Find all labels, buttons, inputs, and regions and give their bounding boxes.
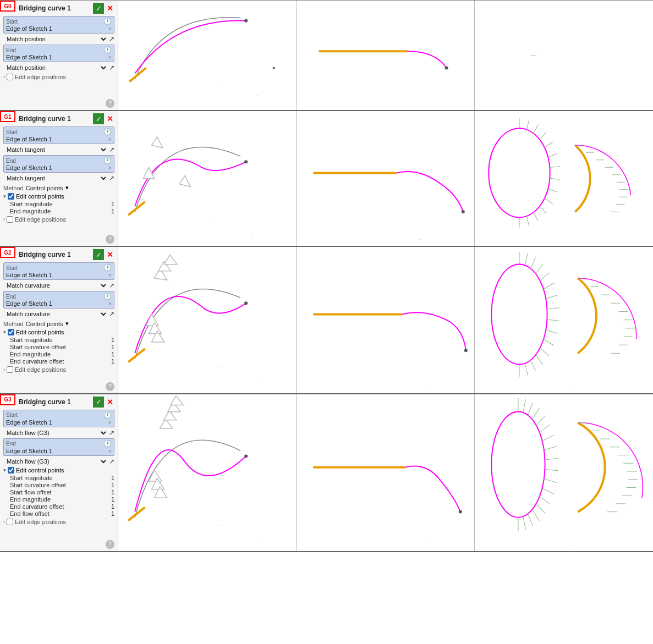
cancel-button[interactable]: ✕ <box>106 249 114 260</box>
svg-line-31 <box>526 216 529 226</box>
edit-control-chevron[interactable]: ▾ <box>3 467 6 473</box>
help-icon[interactable]: ? <box>106 540 114 549</box>
method-dropdown-icon[interactable]: ▾ <box>65 320 69 327</box>
svg-text:.: . <box>251 230 253 235</box>
start-match-select[interactable]: Match flow (G3) <box>3 428 108 437</box>
edit-edge-checkbox[interactable] <box>7 216 13 223</box>
svg-text:.: . <box>213 217 214 222</box>
param-value: 1 <box>111 496 114 503</box>
end-label: End <box>6 158 16 164</box>
svg-point-16 <box>462 210 465 213</box>
edit-control-chevron[interactable]: ▾ <box>3 194 6 199</box>
end-match-select[interactable]: Match tangent <box>3 174 108 183</box>
edit-control-row: ▾ Edit control points <box>3 193 114 200</box>
end-edge-value: Edge of Sketch 1 × <box>6 54 112 60</box>
edit-control-checkbox[interactable] <box>8 467 14 474</box>
svg-line-65 <box>547 308 559 309</box>
edit-edge-chevron[interactable]: › <box>3 519 5 525</box>
svg-line-29 <box>540 206 546 214</box>
method-label: Method <box>3 185 24 191</box>
cancel-button[interactable]: ✕ <box>106 113 114 124</box>
start-label: Start <box>6 412 18 418</box>
confirm-button[interactable]: ✓ <box>93 3 104 14</box>
help-icon[interactable]: ? <box>106 382 114 391</box>
svg-point-99 <box>491 411 545 517</box>
start-edge-clear[interactable]: × <box>108 419 112 426</box>
end-edge-clear[interactable]: × <box>108 448 112 454</box>
start-edge-clear[interactable]: × <box>108 136 112 142</box>
start-edge-section: Start Edge of Sketch 1 × <box>3 16 114 34</box>
confirm-button[interactable]: ✓ <box>93 249 104 260</box>
end-clock-icon[interactable] <box>103 293 112 300</box>
start-match-select[interactable]: Match position <box>3 35 108 43</box>
edit-control-checkbox[interactable] <box>8 329 14 335</box>
cancel-button[interactable]: ✕ <box>106 3 114 14</box>
param-row: End curvature offset 1 <box>10 503 114 510</box>
start-clock-icon[interactable] <box>103 18 112 25</box>
canvas-cell-g3-1: . <box>297 394 475 552</box>
start-clock-icon[interactable] <box>103 411 112 419</box>
canvas-cell-g2-1: . <box>297 247 475 393</box>
end-edge-clear[interactable]: × <box>108 164 112 171</box>
row-badge-g2: G2 <box>0 247 15 258</box>
edit-control-checkbox[interactable] <box>8 193 14 200</box>
edit-edge-chevron[interactable]: › <box>3 74 5 80</box>
method-dropdown-icon[interactable]: ▾ <box>65 184 69 191</box>
edit-edge-checkbox[interactable] <box>7 519 13 525</box>
row-g2: G2 Bridging curve 1 ✓ ✕ Start Edge of Sk… <box>0 247 653 394</box>
svg-marker-10 <box>152 137 163 148</box>
end-clock-icon[interactable] <box>103 46 112 54</box>
edit-control-chevron[interactable]: ▾ <box>3 329 6 335</box>
start-edge-label: Start <box>6 411 112 419</box>
start-edge-section: Start Edge of Sketch 1 × <box>3 262 114 280</box>
help-icon[interactable]: ? <box>106 235 114 244</box>
end-edge-clear[interactable]: × <box>108 54 112 60</box>
svg-point-18 <box>489 129 550 218</box>
param-label: End magnitude <box>10 496 51 503</box>
svg-line-24 <box>548 154 557 157</box>
method-row: Method Control points ▾ <box>3 184 114 191</box>
edit-edge-chevron[interactable]: › <box>3 367 5 372</box>
start-edge-name: Edge of Sketch 1 <box>6 419 52 426</box>
end-match-row: Match position ↗ <box>3 63 114 72</box>
end-clock-icon[interactable] <box>103 440 112 448</box>
start-label: Start <box>6 19 18 25</box>
panel-g1: G1 Bridging curve 1 ✓ ✕ Start Edge of Sk… <box>0 111 118 246</box>
param-label: End curvature offset <box>10 503 64 510</box>
edit-control-row: ▾ Edit control points <box>3 329 114 335</box>
confirm-button[interactable]: ✓ <box>93 397 104 408</box>
end-match-select[interactable]: Match curvature <box>3 310 108 318</box>
start-match-select[interactable]: Match curvature <box>3 281 108 290</box>
canvas-cell-g0-2: — <box>475 1 653 110</box>
main-grid: G0 Bridging curve 1 ✓ ✕ Start Edge of Sk… <box>0 0 653 552</box>
edit-control-label: Edit control points <box>16 329 64 335</box>
svg-line-70 <box>536 355 543 365</box>
end-clock-icon[interactable] <box>103 157 112 164</box>
start-clock-icon[interactable] <box>103 264 112 272</box>
start-match-select[interactable]: Match tangent <box>3 145 108 154</box>
cancel-button[interactable]: ✕ <box>106 397 114 408</box>
edit-edge-checkbox[interactable] <box>7 366 13 373</box>
help-icon[interactable]: ? <box>106 99 114 108</box>
start-edge-clear[interactable]: × <box>108 25 112 32</box>
start-edge-clear[interactable]: × <box>108 272 112 278</box>
param-label: End magnitude <box>10 351 51 357</box>
svg-line-106 <box>542 435 554 441</box>
svg-line-26 <box>550 179 559 180</box>
end-edge-clear[interactable]: × <box>108 300 112 307</box>
end-match-select[interactable]: Match flow (G3) <box>3 457 108 466</box>
end-label: End <box>6 47 16 53</box>
edit-edge-chevron[interactable]: › <box>3 217 5 222</box>
panel-g3: G3 Bridging curve 1 ✓ ✕ Start Edge of Sk… <box>0 394 118 552</box>
end-match-select[interactable]: Match position <box>3 63 108 72</box>
confirm-button[interactable]: ✓ <box>93 113 104 124</box>
panel-title: Bridging curve 1 <box>19 115 71 123</box>
param-row: Start curvature offset 1 <box>10 344 114 350</box>
edit-edge-checkbox[interactable] <box>7 74 13 80</box>
svg-line-114 <box>533 509 540 521</box>
start-clock-icon[interactable] <box>103 128 112 136</box>
panel-g0: G0 Bridging curve 1 ✓ ✕ Start Edge of Sk… <box>0 1 118 110</box>
start-match-arrow-icon: ↗ <box>109 35 114 43</box>
end-match-row: Match flow (G3) ↗ <box>3 457 114 466</box>
param-value: 1 <box>111 482 114 488</box>
